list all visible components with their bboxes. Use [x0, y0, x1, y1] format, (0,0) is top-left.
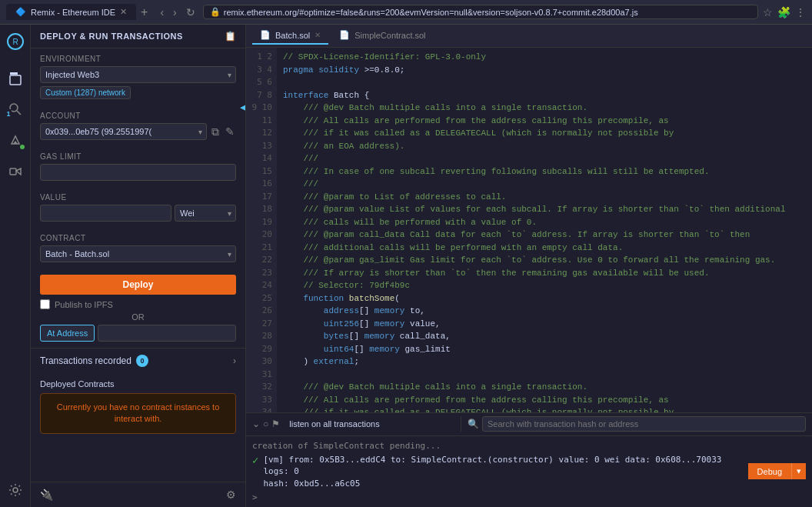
sidebar-icon-search[interactable]: 1 [5, 98, 26, 120]
deploy-button[interactable]: Deploy [40, 275, 236, 295]
publish-label: Publish to IPFS [55, 300, 113, 309]
no-contract-box: Currently you have no contract instances… [40, 393, 236, 434]
edit-account-btn[interactable]: ✎ [224, 124, 236, 139]
code-content[interactable]: // SPDX-License-Identifier: GPL-3.0-only… [277, 48, 812, 412]
sidebar-icon-plugins[interactable] [5, 160, 26, 182]
sidebar-icons: R 1 [0, 25, 31, 507]
transactions-badge: 0 [136, 355, 148, 367]
tab-close-batch[interactable]: ✕ [314, 31, 321, 39]
value-input[interactable]: 0 [40, 205, 171, 222]
chevron-down-icon-bottom[interactable]: ⌄ [252, 419, 260, 429]
transactions-row[interactable]: Transactions recorded 0 › [31, 348, 245, 373]
success-icon: ✓ [252, 454, 258, 466]
refresh-btn[interactable]: ↻ [183, 5, 198, 20]
settings-icon-footer[interactable]: ⚙ [226, 489, 236, 501]
account-section: ACCOUNT 0x039...0eb75 (99.2551997( ⧉ ✎ ◀… [31, 105, 245, 146]
editor-area: 📄 Batch.sol ✕ 📄 SimpleContract.sol 1 2 3… [246, 25, 812, 507]
console-success-text: [vm] from: 0x5B3...eddC4 to: SimpleContr… [263, 454, 743, 478]
or-divider: OR [40, 312, 236, 322]
console-success-text-block: [vm] from: 0x5B3...eddC4 to: SimpleContr… [263, 454, 743, 489]
search-input[interactable] [482, 416, 806, 432]
bottom-bar: ⌄ ○ ⚑ listen on all transactions 🔍 [246, 412, 812, 435]
sidebar-icon-deploy[interactable] [5, 129, 26, 151]
publish-row: Publish to IPFS [40, 299, 236, 309]
annotation-2-group: ◀ 2 [240, 102, 246, 113]
editor-tabs: 📄 Batch.sol ✕ 📄 SimpleContract.sol [246, 25, 812, 48]
menu-icon[interactable]: ⋮ [795, 6, 806, 18]
svg-point-7 [13, 488, 18, 492]
new-tab-btn[interactable]: + [141, 5, 148, 19]
browser-tab[interactable]: 🔷 Remix - Ethereum IDE ✕ [6, 4, 136, 20]
circle-icon-bottom[interactable]: ○ [263, 419, 268, 429]
lock-icon: 🔒 [210, 7, 221, 17]
sidebar-icon-settings[interactable] [5, 479, 26, 501]
at-address-input[interactable]: 0x00000000000000000000 [98, 325, 236, 342]
tab-favicon: 🔷 [15, 7, 26, 17]
deploy-title: DEPLOY & RUN TRANSACTIONS [40, 32, 183, 41]
console-hash-text: hash: 0xbd5...a6c05 [263, 478, 743, 489]
file-icon-simple: 📄 [339, 30, 350, 40]
copy-account-btn[interactable]: ⧉ [210, 124, 221, 140]
browser-bar: 🔷 Remix - Ethereum IDE ✕ + ‹ › ↻ 🔒 remix… [0, 0, 812, 25]
console-creation-line: creation of SimpleContract pending... [252, 439, 806, 452]
tab-batch-sol[interactable]: 📄 Batch.sol ✕ [252, 27, 328, 45]
bottom-icons-row: ⌄ ○ ⚑ [252, 419, 280, 429]
no-contract-text: Currently you have no contract instances… [48, 402, 228, 425]
tab-title: Remix - Ethereum IDE [31, 8, 115, 17]
console-success-content: ✓ [vm] from: 0x5B3...eddC4 to: SimpleCon… [252, 454, 744, 489]
bottom-left: ⌄ ○ ⚑ listen on all transactions [246, 416, 461, 432]
svg-line-5 [17, 111, 21, 115]
deploy-header: DEPLOY & RUN TRANSACTIONS 📋 [31, 25, 245, 48]
main-layout: R 1 DEPLOY & RUN TRANSACTIONS 📋 ENVIRONM… [0, 25, 812, 507]
tab-simple-contract[interactable]: 📄 SimpleContract.sol [331, 27, 433, 45]
browser-navigation: ‹ › ↻ [157, 5, 198, 20]
gas-limit-section: GAS LIMIT 3000000 [31, 146, 245, 187]
browser-toolbar: ☆ 🧩 ⋮ [763, 6, 806, 18]
at-address-button[interactable]: At Address [40, 325, 95, 342]
value-row: 0 Wei [40, 205, 236, 222]
debug-buttons: Debug ▾ [748, 463, 806, 479]
deployed-title: Deployed Contracts [40, 379, 236, 389]
svg-rect-6 [10, 168, 16, 175]
url-bar[interactable]: 🔒 remix.ethereum.org/#optimize=false&run… [203, 5, 758, 19]
tab-close-btn[interactable]: ✕ [120, 7, 127, 17]
deploy-section: Deploy Publish to IPFS OR At Address 0x0… [31, 269, 245, 348]
forward-btn[interactable]: › [170, 5, 180, 20]
flag-icon-bottom[interactable]: ⚑ [271, 419, 280, 429]
contract-section: CONTRACT Batch - Batch.sol ◀ 4 [31, 228, 245, 269]
value-unit-select[interactable]: Wei [175, 205, 236, 222]
sidebar-icon-files[interactable] [5, 68, 26, 89]
back-btn[interactable]: ‹ [157, 5, 167, 20]
debug-button[interactable]: Debug [748, 463, 791, 479]
panel-footer: 🔌 ⚙ [31, 482, 245, 507]
deployed-section: Deployed Contracts Currently you have no… [31, 373, 245, 440]
tab-label-simple: SimpleContract.sol [354, 31, 425, 40]
contract-select[interactable]: Batch - Batch.sol [40, 245, 236, 262]
account-select[interactable]: 0x039...0eb75 (99.2551997( [40, 123, 207, 140]
console-success-line: ✓ [vm] from: 0x5B3...eddC4 to: SimpleCon… [252, 452, 806, 491]
console-creation-text: creation of SimpleContract pending... [252, 441, 441, 451]
svg-text:R: R [12, 38, 18, 46]
svg-rect-3 [10, 75, 21, 85]
value-section: VALUE 0 Wei [31, 187, 245, 228]
plugin-icon[interactable]: 🔌 [40, 489, 53, 501]
search-icon-bottom: 🔍 [468, 419, 479, 429]
listen-transactions-btn[interactable]: listen on all transactions [285, 416, 384, 432]
deploy-panel: DEPLOY & RUN TRANSACTIONS 📋 ENVIRONMENT … [31, 25, 246, 507]
info-icon[interactable]: 📋 [225, 31, 236, 42]
environment-select[interactable]: Injected Web3 [40, 66, 236, 83]
environment-label: ENVIRONMENT [40, 55, 236, 63]
environment-section: ENVIRONMENT Injected Web3 ◀ 1 Custom (12… [31, 48, 245, 105]
search-area: 🔍 [461, 416, 812, 432]
publish-checkbox[interactable] [40, 299, 50, 309]
extensions-icon[interactable]: 🧩 [777, 6, 790, 18]
console-prompt: > [252, 492, 258, 502]
sidebar-bottom [5, 479, 26, 501]
tab-label-batch: Batch.sol [275, 31, 310, 40]
svg-rect-2 [10, 72, 18, 75]
gas-limit-input[interactable]: 3000000 [40, 164, 236, 181]
debug-expand-btn[interactable]: ▾ [791, 463, 806, 479]
account-label: ACCOUNT [40, 112, 236, 120]
console-prompt-line: > [252, 491, 806, 504]
bookmark-icon[interactable]: ☆ [763, 6, 773, 18]
